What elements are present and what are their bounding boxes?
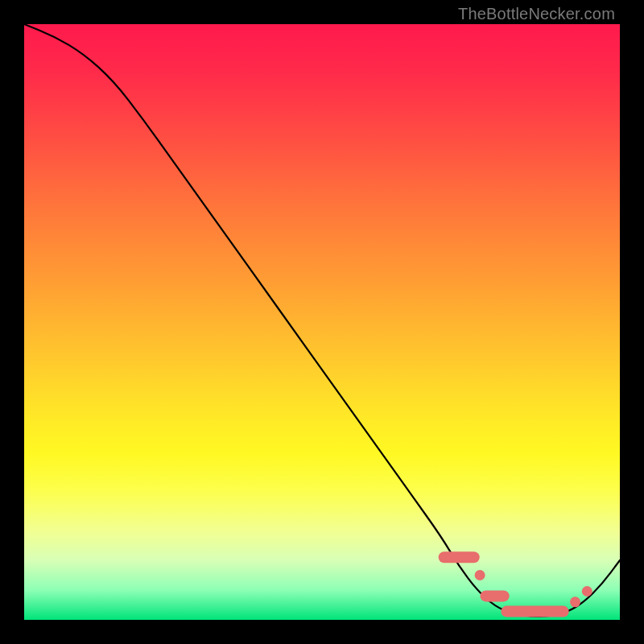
- chart-plot-area: [24, 24, 620, 620]
- curve-marker-dot: [582, 586, 592, 597]
- curve-markers: [439, 551, 592, 617]
- watermark-text: TheBottleNecker.com: [458, 5, 615, 23]
- curve-line: [24, 24, 620, 617]
- chart-svg: [24, 24, 620, 620]
- curve-marker-pill: [501, 606, 568, 617]
- curve-marker-pill: [481, 590, 510, 601]
- curve-marker-dot: [475, 570, 485, 580]
- curve-marker-dot: [570, 597, 580, 607]
- curve-marker-pill: [439, 551, 480, 563]
